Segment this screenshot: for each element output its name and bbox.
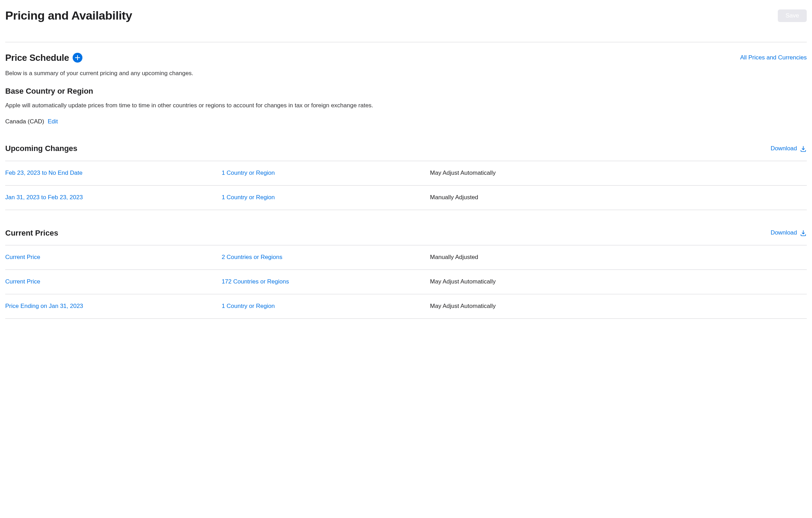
- current-adjustment: May Adjust Automatically: [430, 303, 496, 309]
- upcoming-date-link[interactable]: Feb 23, 2023 to No End Date: [5, 170, 82, 176]
- price-schedule-title-wrap: Price Schedule: [5, 51, 82, 64]
- table-row: Current Price 172 Countries or Regions M…: [5, 270, 807, 294]
- upcoming-regions-link[interactable]: 1 Country or Region: [222, 170, 275, 176]
- current-regions-link[interactable]: 2 Countries or Regions: [222, 254, 283, 260]
- table-row: Feb 23, 2023 to No End Date 1 Country or…: [5, 161, 807, 185]
- price-schedule-title: Price Schedule: [5, 51, 69, 64]
- upcoming-adjustment: Manually Adjusted: [430, 194, 478, 201]
- edit-base-region-link[interactable]: Edit: [48, 117, 58, 126]
- current-regions-link[interactable]: 1 Country or Region: [222, 303, 275, 309]
- table-row: Jan 31, 2023 to Feb 23, 2023 1 Country o…: [5, 185, 807, 210]
- save-button[interactable]: Save: [778, 9, 807, 22]
- upcoming-changes-header: Upcoming Changes Download: [5, 143, 807, 154]
- base-region-value: Canada (CAD): [5, 117, 44, 126]
- upcoming-download-link[interactable]: Download: [770, 144, 807, 153]
- table-row: Current Price 2 Countries or Regions Man…: [5, 245, 807, 270]
- current-price-link[interactable]: Current Price: [5, 278, 40, 285]
- current-regions-link[interactable]: 172 Countries or Regions: [222, 278, 289, 285]
- upcoming-download-label: Download: [770, 144, 797, 153]
- upcoming-regions-link[interactable]: 1 Country or Region: [222, 194, 275, 201]
- upcoming-date-link[interactable]: Jan 31, 2023 to Feb 23, 2023: [5, 194, 83, 201]
- plus-icon: [75, 55, 80, 60]
- current-price-link[interactable]: Price Ending on Jan 31, 2023: [5, 303, 83, 309]
- current-adjustment: May Adjust Automatically: [430, 278, 496, 285]
- current-price-link[interactable]: Current Price: [5, 254, 40, 260]
- add-price-schedule-button[interactable]: [73, 53, 82, 63]
- current-adjustment: Manually Adjusted: [430, 254, 478, 260]
- current-prices-header: Current Prices Download: [5, 228, 807, 239]
- current-prices-title: Current Prices: [5, 228, 58, 239]
- all-prices-link[interactable]: All Prices and Currencies: [740, 53, 807, 62]
- upcoming-changes-title: Upcoming Changes: [5, 143, 78, 154]
- table-row: Price Ending on Jan 31, 2023 1 Country o…: [5, 294, 807, 319]
- current-download-label: Download: [770, 229, 797, 237]
- current-download-link[interactable]: Download: [770, 229, 807, 237]
- price-schedule-description: Below is a summary of your current prici…: [5, 69, 807, 78]
- download-icon: [800, 145, 807, 152]
- page-title: Pricing and Availability: [5, 7, 132, 24]
- page-header: Pricing and Availability Save: [5, 7, 807, 42]
- base-region-title: Base Country or Region: [5, 86, 807, 97]
- download-icon: [800, 230, 807, 237]
- current-prices-table: Current Price 2 Countries or Regions Man…: [5, 245, 807, 319]
- upcoming-adjustment: May Adjust Automatically: [430, 170, 496, 176]
- base-region-description: Apple will automatically update prices f…: [5, 101, 807, 110]
- upcoming-changes-table: Feb 23, 2023 to No End Date 1 Country or…: [5, 161, 807, 210]
- price-schedule-header: Price Schedule All Prices and Currencies: [5, 51, 807, 64]
- base-region-row: Canada (CAD) Edit: [5, 117, 807, 126]
